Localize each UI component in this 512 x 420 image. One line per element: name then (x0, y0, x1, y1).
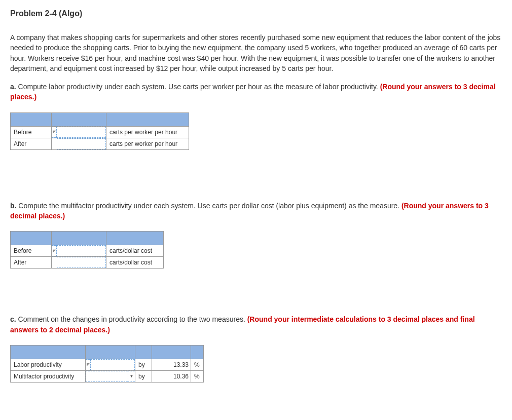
part-a-question: a. Compute labor productivity under each… (10, 82, 502, 102)
caret-icon: ◤ (86, 359, 91, 370)
percent-label: % (191, 370, 204, 382)
labor-change-value: 13.33 (152, 359, 191, 370)
part-b-question: b. Compute the multifactor productivity … (10, 201, 502, 221)
table-row: After ◤ carts/dollar cost (11, 257, 164, 269)
row-unit: carts/dollar cost (106, 257, 164, 269)
row-unit: carts/dollar cost (106, 245, 164, 257)
row-unit: carts per worker per hour (106, 126, 189, 138)
labor-change-input[interactable]: ◤ (86, 359, 135, 370)
after-labor-input[interactable]: ◤ (52, 138, 106, 149)
row-label-labor: Labor productivity (11, 359, 86, 370)
table-row: Before ◤ carts/dollar cost (11, 245, 164, 257)
multifactor-change-select[interactable]: ▼ (86, 371, 135, 382)
part-b-label: b. (10, 202, 16, 210)
table-row: Before ◤ carts per worker per hour (11, 126, 189, 138)
part-b-table: Before ◤ carts/dollar cost After ◤ carts… (10, 231, 164, 269)
part-b-text: Compute the multifactor productivity und… (16, 202, 401, 210)
by-label: by (135, 370, 152, 382)
before-multifactor-input[interactable]: ◤ (52, 245, 106, 256)
row-label-after: After (11, 257, 52, 269)
problem-title: Problem 2-4 (Algo) (10, 9, 502, 18)
part-c-label: c. (10, 315, 16, 323)
part-c-table: Labor productivity ◤ by 13.33 % Multifac… (10, 345, 204, 383)
chevron-down-icon: ▼ (128, 371, 135, 382)
table-row: Multifactor productivity ▼ by 10.36 % (11, 370, 204, 382)
problem-intro: A company that makes shopping carts for … (10, 32, 502, 73)
caret-icon: ◤ (52, 127, 57, 138)
part-c-text: Comment on the changes in productivity a… (16, 315, 247, 323)
row-unit: carts per worker per hour (106, 138, 189, 149)
percent-label: % (191, 359, 204, 370)
part-a-text: Compute labor productivity under each sy… (16, 83, 380, 91)
row-label-before: Before (11, 126, 52, 138)
row-label-after: After (11, 138, 52, 149)
table-row: Labor productivity ◤ by 13.33 % (11, 359, 204, 370)
after-multifactor-input[interactable]: ◤ (52, 257, 106, 268)
row-label-multifactor: Multifactor productivity (11, 370, 86, 382)
before-labor-input[interactable]: ◤ (52, 127, 106, 138)
part-a-table: Before ◤ carts per worker per hour After… (10, 112, 189, 150)
part-c-question: c. Comment on the changes in productivit… (10, 314, 502, 335)
part-a-label: a. (10, 83, 16, 91)
caret-icon: ◤ (52, 245, 57, 256)
row-label-before: Before (11, 245, 52, 257)
multifactor-change-value: 10.36 (152, 370, 191, 382)
by-label: by (135, 359, 152, 370)
table-row: After ◤ carts per worker per hour (11, 138, 189, 149)
